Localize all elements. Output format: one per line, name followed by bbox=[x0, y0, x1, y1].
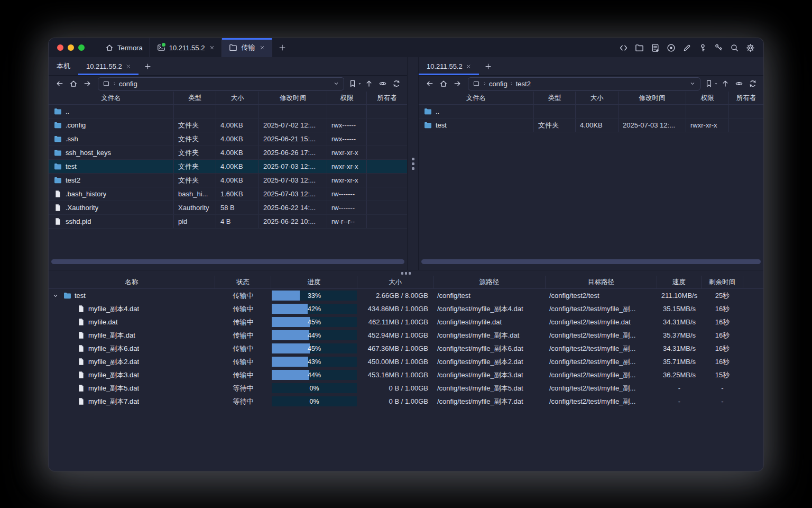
transfer-row[interactable]: myfile_副本7.dat等待中0%0 B / 1.00GB/config/t… bbox=[49, 395, 763, 408]
column-header[interactable]: 权限 bbox=[686, 92, 729, 104]
file-row[interactable]: test文件夹4.00KB2025-07-03 12:...rwxr-xr-x bbox=[419, 119, 763, 132]
show-hidden-button[interactable] bbox=[732, 77, 745, 90]
titlebar-tab-host[interactable]: 10.211.55.2 bbox=[150, 38, 222, 57]
transfer-row[interactable]: myfile.dat传输中45%462.11MB / 1.00GB/config… bbox=[49, 315, 763, 329]
column-header[interactable]: 进度 bbox=[271, 276, 357, 288]
file-cell: 1.60KB bbox=[216, 187, 259, 201]
left-breadcrumb[interactable]: config bbox=[98, 77, 344, 90]
column-header[interactable]: 文件名 bbox=[49, 92, 174, 104]
close-tab-button[interactable] bbox=[209, 45, 215, 50]
up-directory-button[interactable] bbox=[362, 77, 375, 90]
column-header[interactable]: 类型 bbox=[534, 92, 576, 104]
column-header[interactable]: 源路径 bbox=[433, 276, 546, 288]
refresh-button[interactable] bbox=[390, 77, 403, 90]
code-button[interactable] bbox=[617, 41, 630, 55]
column-header[interactable]: 大小 bbox=[357, 276, 433, 288]
bookmark-button[interactable] bbox=[348, 77, 362, 90]
folder-button[interactable] bbox=[633, 41, 646, 55]
vertical-splitter[interactable] bbox=[407, 57, 419, 270]
transfer-remaining: 16秒 bbox=[715, 304, 730, 314]
new-panel-tab-button[interactable] bbox=[479, 57, 498, 75]
up-directory-button[interactable] bbox=[718, 77, 732, 90]
close-window-button[interactable] bbox=[57, 44, 63, 51]
close-icon bbox=[466, 64, 471, 69]
file-row[interactable]: .config文件夹4.00KB2025-07-02 12:...rwx----… bbox=[49, 119, 407, 132]
file-row[interactable]: .ssh文件夹4.00KB2025-06-21 15:...rwx------ bbox=[49, 132, 407, 146]
file-cell: pid bbox=[174, 215, 216, 228]
column-header[interactable]: 类型 bbox=[174, 92, 216, 104]
file-row[interactable]: .. bbox=[49, 105, 407, 119]
close-tab-button[interactable] bbox=[260, 45, 265, 50]
column-header[interactable]: 名称 bbox=[49, 276, 215, 288]
panel-tab-10.211.55.2[interactable]: 10.211.55.2 bbox=[78, 57, 139, 75]
maximize-window-button[interactable] bbox=[78, 44, 85, 51]
file-name: .ssh bbox=[66, 135, 78, 143]
column-header[interactable]: 速度 bbox=[657, 276, 702, 288]
file-row[interactable]: .bash_historybash_hi...1.60KB2025-07-03 … bbox=[49, 187, 407, 201]
new-panel-tab-button[interactable] bbox=[139, 57, 158, 75]
back-button[interactable] bbox=[53, 77, 66, 90]
column-header[interactable]: 剩余时间 bbox=[702, 276, 743, 288]
column-header[interactable]: 目标路径 bbox=[546, 276, 657, 288]
record-button[interactable] bbox=[665, 41, 678, 55]
file-row[interactable]: test文件夹4.00KB2025-07-03 12:...rwxr-xr-x bbox=[49, 160, 407, 174]
refresh-button[interactable] bbox=[746, 77, 759, 90]
transfer-row[interactable]: myfile_副本.dat传输中44%452.94MB / 1.00GB/con… bbox=[49, 329, 763, 342]
expand-chevron[interactable] bbox=[51, 293, 60, 299]
panel-tab-本机[interactable]: 本机 bbox=[49, 57, 78, 75]
file-row[interactable]: sshd.pidpid4 B2025-06-22 10:...rw-r--r-- bbox=[49, 215, 407, 229]
transfer-row[interactable]: myfile_副本5.dat等待中0%0 B / 1.00GB/config/t… bbox=[49, 382, 763, 395]
show-hidden-button[interactable] bbox=[376, 77, 389, 90]
transfer-row[interactable]: myfile_副本4.dat传输中42%434.86MB / 1.00GB/co… bbox=[49, 302, 763, 315]
file-row[interactable]: .XauthorityXauthority58 B2025-06-22 14:.… bbox=[49, 201, 407, 215]
forward-button[interactable] bbox=[80, 77, 94, 90]
column-header[interactable]: 所有者 bbox=[367, 92, 407, 104]
column-header-filler bbox=[743, 276, 763, 288]
column-header[interactable]: 文件名 bbox=[419, 92, 534, 104]
edit-button[interactable] bbox=[680, 41, 694, 55]
file-row[interactable]: .. bbox=[419, 105, 763, 119]
forward-button[interactable] bbox=[450, 77, 464, 90]
transfer-speed: 35.37MB/s bbox=[663, 331, 696, 339]
close-tab-button[interactable] bbox=[466, 64, 471, 69]
log-button[interactable] bbox=[649, 41, 662, 55]
home-button[interactable] bbox=[67, 77, 80, 90]
column-header[interactable]: 大小 bbox=[576, 92, 619, 104]
column-header[interactable]: 修改时间 bbox=[619, 92, 686, 104]
close-tab-button[interactable] bbox=[126, 64, 131, 69]
column-header[interactable]: 权限 bbox=[327, 92, 367, 104]
file-row[interactable]: test2文件夹4.00KB2025-07-03 12:...rwxr-xr-x bbox=[49, 174, 407, 187]
column-header[interactable]: 修改时间 bbox=[259, 92, 327, 104]
titlebar-tab-app[interactable]: Termora bbox=[98, 38, 150, 57]
folder-fill-icon bbox=[424, 121, 432, 129]
minimize-window-button[interactable] bbox=[68, 44, 74, 51]
transfer-row[interactable]: myfile_副本6.dat传输中45%467.36MB / 1.00GB/co… bbox=[49, 342, 763, 355]
transfer-target-path: /config/test2/test/myfile_副... bbox=[549, 370, 635, 380]
chevron-down-icon[interactable] bbox=[333, 80, 339, 87]
home-button[interactable] bbox=[437, 77, 450, 90]
transfer-row[interactable]: myfile_副本3.dat传输中44%453.16MB / 1.00GB/co… bbox=[49, 368, 763, 382]
edit-icon bbox=[682, 43, 691, 52]
horizontal-splitter[interactable] bbox=[49, 270, 763, 276]
keychain-button[interactable] bbox=[712, 41, 725, 55]
panel-tab-10.211.55.2[interactable]: 10.211.55.2 bbox=[419, 57, 479, 75]
key-button[interactable] bbox=[696, 41, 709, 55]
chevron-down-icon[interactable] bbox=[689, 80, 696, 87]
column-header[interactable]: 状态 bbox=[215, 276, 271, 288]
titlebar-tab-transfer[interactable]: 传输 bbox=[222, 38, 272, 57]
right-breadcrumb[interactable]: configtest2 bbox=[468, 77, 700, 90]
new-tab-button[interactable] bbox=[272, 38, 292, 57]
right-horizontal-scrollbar[interactable] bbox=[421, 259, 761, 264]
panel-tab-label: 10.211.55.2 bbox=[86, 62, 122, 70]
column-header[interactable]: 大小 bbox=[216, 92, 259, 104]
bookmark-button[interactable] bbox=[705, 77, 718, 90]
left-horizontal-scrollbar[interactable] bbox=[51, 259, 404, 264]
search-button[interactable] bbox=[728, 41, 741, 55]
right-file-rows: ..test文件夹4.00KB2025-07-03 12:...rwxr-xr-… bbox=[419, 105, 763, 132]
gear-button[interactable] bbox=[744, 41, 757, 55]
transfer-row[interactable]: test传输中33%2.66GB / 8.00GB/config/test/co… bbox=[49, 289, 763, 302]
transfer-row[interactable]: myfile_副本2.dat传输中43%450.00MB / 1.00GB/co… bbox=[49, 355, 763, 368]
file-row[interactable]: ssh_host_keys文件夹4.00KB2025-06-26 17:...r… bbox=[49, 146, 407, 160]
column-header[interactable]: 所有者 bbox=[729, 92, 763, 104]
back-button[interactable] bbox=[423, 77, 436, 90]
